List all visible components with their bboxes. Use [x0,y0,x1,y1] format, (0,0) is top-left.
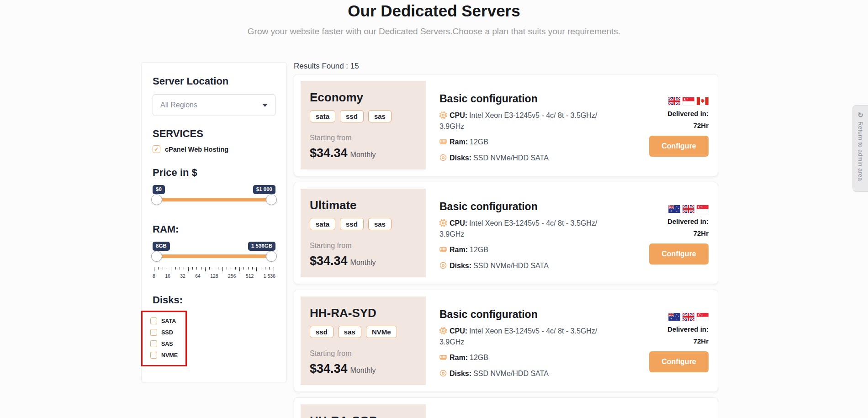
configuration-panel: Basic configuration CPU:Intel Xeon E3-12… [439,296,600,385]
plan-name: HH-RA-SYD [310,307,417,320]
price-block: Starting from $34.34Monthly [310,134,417,160]
checkbox-label: NVME [161,352,178,359]
checkbox[interactable] [150,317,157,324]
flags-row [668,97,709,105]
price-slider-handle-max[interactable] [266,194,277,205]
return-to-admin-tab[interactable]: ↻ Return to admin area [852,105,868,192]
ruler-tick [231,267,231,270]
ruler-tick [154,267,154,271]
page-subtitle: Grow your website faster with our Dedica… [0,26,868,37]
disk-icon [439,370,447,380]
region-select[interactable]: All Regions [153,94,275,116]
price-slider[interactable]: $0 $1 000 [153,185,275,207]
spec-list: CPU:Intel Xeon E3-1245v5 - 4c/ 8t - 3.5G… [439,326,600,380]
checkbox-label: SATA [161,318,176,324]
price-block: Starting from $34.34Monthly [310,242,417,268]
ruler-tick [269,267,270,270]
price-slider-track[interactable] [153,198,275,201]
checkbox-option[interactable]: SAS [150,340,185,347]
ruler-tick [184,267,184,270]
australia-flag-icon [668,313,680,321]
spec-row: Ram:12GB [439,137,600,148]
ruler-tick [239,267,240,271]
spec-row: Ram:12GB [439,245,600,256]
delivered-in-value: 72Hr [693,122,709,129]
region-select-value: All Regions [160,101,197,109]
ruler-tick [201,267,201,270]
delivery-panel: Delivered in: 72Hr Configure [649,189,711,277]
checkbox-option[interactable]: SSD [150,329,185,336]
singapore-flag-icon [683,97,694,105]
delivered-in-label: Delivered in: [667,110,709,117]
spec-row: Disks:SSD NVMe/HDD SATA [439,261,600,272]
checkbox-label: SAS [161,341,173,347]
starting-from-label: Starting from [310,349,417,358]
checkbox-option[interactable]: cPanel Web Hosting [153,145,275,153]
disk-icon [439,262,447,272]
checkbox[interactable] [150,352,157,359]
checkbox-option[interactable]: NVME [150,352,185,359]
disk-tag: ssd [340,110,364,122]
price-block: Starting from $34.34Monthly [310,349,417,376]
ram-tick-label: 32 [180,273,185,279]
ruler-tick [222,267,223,271]
delivery-panel: Delivered in: 72Hr Configure [649,296,711,385]
results-section: Results Found : 15 Economy satassdsas St… [294,62,718,418]
spec-value: 12GB [470,138,488,146]
checkbox-label: SSD [161,329,173,336]
ram-icon [439,138,447,148]
spec-row: Disks:SSD NVMe/HDD SATA [439,369,600,380]
checkbox[interactable] [153,145,160,153]
plan-summary-panel: HH-RA-SYD ssdsasNVMe Starting from $34.3… [301,296,426,385]
ram-ruler-ticks [153,267,275,271]
ram-icon [439,246,447,256]
disk-tag: ssd [310,326,333,338]
spec-value: SSD NVMe/HDD SATA [473,262,549,270]
cpu-icon [439,327,447,337]
config-heading: Basic configuration [439,93,600,105]
ram-slider-handle-max[interactable] [266,251,277,262]
configure-button[interactable]: Configure [649,243,709,265]
delivered-in-value: 72Hr [693,229,709,237]
spec-label: CPU: [450,111,467,119]
delivered-in-label: Delivered in: [667,217,709,225]
ram-slider-handle-min[interactable] [151,251,162,262]
flags-row [668,205,709,213]
ruler-tick [274,267,274,271]
services-heading: SERVICES [153,128,275,140]
chevron-down-icon [262,104,268,107]
disk-tag: sas [368,218,392,230]
checkbox-option[interactable]: SATA [150,317,185,324]
configure-button[interactable]: Configure [649,351,709,372]
ruler-tick [252,267,253,270]
ram-slider[interactable]: 8GB 1 536GB [153,242,275,264]
ruler-tick [180,267,180,270]
singapore-flag-icon [697,313,709,321]
checkbox[interactable] [150,340,157,347]
checkbox-label: cPanel Web Hosting [165,146,228,153]
australia-flag-icon [668,205,680,213]
spec-list: CPU:Intel Xeon E3-1245v5 - 4c/ 8t - 3.5G… [439,218,600,272]
spec-row: CPU:Intel Xeon E3-1245v5 - 4c/ 8t - 3.5G… [439,326,600,348]
disks-highlight-box: SATASSDSASNVME [141,311,187,366]
starting-from-label: Starting from [310,242,417,250]
configure-button[interactable]: Configure [649,136,709,157]
ruler-tick [171,267,171,271]
delivered-in-value: 72Hr [693,337,709,345]
ram-tick-label: 128 [210,273,218,279]
plan-price: $34.34 [310,362,348,376]
main-content: Server Location All Regions SERVICES cPa… [141,62,868,418]
checkbox[interactable] [150,329,157,336]
billing-period: Monthly [350,151,376,159]
price-slider-handle-min[interactable] [151,194,162,205]
ram-tick-label: 8 [153,273,155,279]
price-min-pill: $0 [153,185,165,194]
ram-slider-track[interactable] [153,254,275,258]
canada-flag-icon [697,97,709,105]
server-card: HH-RA-SYD ssdsasNVMe Starting from $34.3… [294,290,718,392]
ruler-tick [248,267,249,270]
ruler-tick [205,267,206,271]
disk-tag: ssd [340,218,364,230]
plan-summary-panel: HH-RA-SGP [301,404,426,418]
server-cards-list: Economy satassdsas Starting from $34.34M… [294,74,718,418]
